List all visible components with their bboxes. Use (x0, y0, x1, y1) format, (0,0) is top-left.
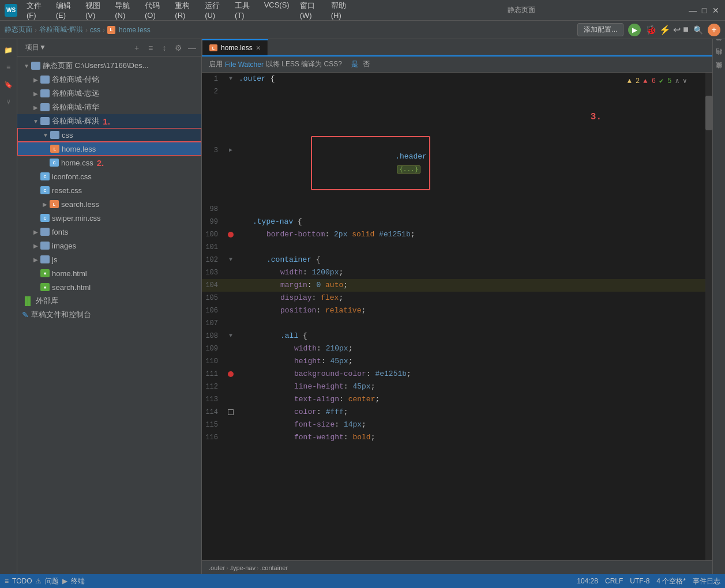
indent-info[interactable]: 4 个空格* (656, 576, 686, 586)
toolbar-actions: 添加配置... ▶ 🐞 ⚡ ↩ ■ 🔍 + (577, 23, 720, 36)
breakpoint-icon[interactable] (228, 232, 234, 238)
tree-item-label: 草稿文件和控制台 (31, 310, 91, 320)
folder-arrow-icon: ▶ (31, 229, 40, 235)
breakpoint-icon[interactable] (228, 371, 234, 377)
tree-sort-icon[interactable]: ↕ (159, 42, 170, 54)
right-side-label-structure[interactable]: 结构 (711, 53, 725, 67)
tree-item-js[interactable]: ▶ js (17, 252, 201, 266)
profile-button[interactable]: ↩ (673, 24, 681, 35)
tree-item-label: search.html (52, 283, 91, 292)
fold-icon[interactable]: ▶ (229, 144, 232, 157)
git-icon[interactable]: ⑂ (2, 96, 15, 108)
nav-up-icon[interactable]: ∧ (675, 75, 679, 88)
menu-code[interactable]: 代码(O) (140, 0, 169, 21)
line-ending[interactable]: CRLF (605, 577, 623, 585)
tree-item-reset[interactable]: C reset.css (17, 183, 201, 197)
breadcrumb-sep-3: › (103, 26, 105, 34)
tab-close-button[interactable]: × (256, 43, 261, 52)
menu-file[interactable]: 文件(F) (22, 0, 50, 21)
breadcrumb-project[interactable]: 谷粒商城-辉洪 (39, 25, 83, 35)
tree-item-iconfont[interactable]: C iconfont.css (17, 169, 201, 183)
tree-item-fonts[interactable]: ▶ fonts (17, 225, 201, 239)
project-dropdown[interactable]: 项目▼ (21, 42, 51, 54)
line-number: 109 (202, 342, 225, 355)
nav-down-icon[interactable]: ∨ (683, 75, 687, 88)
fold-icon[interactable]: ▼ (229, 330, 232, 342)
tree-item-home-less[interactable]: L home.less (17, 142, 201, 156)
stop-button[interactable]: ■ (683, 24, 689, 35)
debug-button[interactable]: 🐞 (645, 24, 657, 35)
tree-item-huihong[interactable]: ▼ 谷粒商城-辉洪 1. (17, 114, 201, 128)
tree-item-zhiyuan[interactable]: ▶ 谷粒商城-志远 (17, 86, 201, 100)
tree-add-icon[interactable]: + (131, 42, 142, 54)
tree-item-fumimg[interactable]: ▶ 谷粒商城-付铭 (17, 73, 201, 86)
problems-label[interactable]: 问题 (45, 576, 59, 586)
menu-refactor[interactable]: 重构(R) (170, 0, 199, 21)
encoding[interactable]: UTF-8 (630, 577, 649, 585)
tree-item-css[interactable]: ▼ css (17, 128, 201, 142)
right-side-label-bookmarks[interactable]: 书签 (711, 39, 725, 53)
todo-icon: ≡ (5, 577, 9, 585)
close-button[interactable]: ✕ (711, 6, 720, 15)
add-button[interactable]: + (708, 24, 720, 36)
tree-item-search-html[interactable]: H search.html (17, 280, 201, 294)
terminal-icon: ▶ (62, 577, 67, 585)
project-icon[interactable]: 📁 (2, 44, 15, 56)
file-watcher-link[interactable]: File Watcher (225, 61, 264, 69)
annotation-2: 2. (97, 158, 104, 168)
tree-item-home-html[interactable]: H home.html (17, 266, 201, 280)
breadcrumb-file[interactable]: home.less (119, 26, 151, 34)
event-log-label[interactable]: 事件日志 (693, 576, 720, 586)
folder-arrow-icon: ▶ (31, 104, 40, 111)
tree-item-scratch[interactable]: ✎ 草稿文件和控制台 (17, 308, 201, 322)
tree-settings-icon[interactable]: ⚙ (172, 42, 184, 54)
fold-icon[interactable]: ▼ (229, 73, 232, 85)
structure-icon[interactable]: ≡ (2, 61, 15, 74)
vertical-scrollbar[interactable] (705, 73, 712, 560)
menu-run[interactable]: 运行(U) (200, 0, 229, 21)
tree-item-external-libs[interactable]: ▐▌ 外部库 (17, 294, 201, 308)
bookmarks-icon[interactable]: 🔖 (2, 78, 15, 91)
search-button[interactable]: 🔍 (693, 25, 703, 35)
line-number: 100 (202, 228, 225, 241)
code-line-103: 103 width: 1200px; (202, 266, 705, 279)
tree-scroll-icon[interactable]: ≡ (145, 42, 156, 54)
menu-help[interactable]: 帮助(H) (326, 0, 355, 21)
maximize-button[interactable]: □ (700, 6, 709, 15)
tree-item-peihua[interactable]: ▶ 谷粒商城-沛华 (17, 100, 201, 114)
scrollbar-thumb[interactable] (705, 96, 712, 130)
tab-home-less[interactable]: L home.less × (202, 39, 268, 55)
line-number: 1 (202, 73, 225, 85)
tree-item-images[interactable]: ▶ images (17, 239, 201, 252)
tree-item-search-less[interactable]: ▶ L search.less (17, 197, 201, 211)
breadcrumb-folder[interactable]: css (90, 26, 100, 34)
menu-nav[interactable]: 导航(N) (110, 0, 139, 21)
tree-collapse-icon[interactable]: — (186, 42, 198, 54)
menu-window[interactable]: 窗口(W) (295, 0, 325, 21)
menu-edit[interactable]: 编辑(E) (51, 0, 80, 21)
minimize-button[interactable]: — (688, 6, 697, 15)
menu-tools[interactable]: 工具(T) (230, 0, 258, 21)
add-config-button[interactable]: 添加配置... (577, 23, 623, 36)
editor-wrapper: ▲ 2 ▲ 6 ✔ 5 ∧ ∨ 1 ▼ .outer { 2 (202, 73, 712, 560)
tree-item-swiper[interactable]: C swiper.min.css (17, 211, 201, 225)
terminal-label[interactable]: 终端 (71, 576, 85, 586)
line-number: 98 (202, 203, 225, 216)
right-side-label-favorites[interactable]: 收藏夹 (711, 67, 725, 81)
tree-item-label: css (62, 131, 73, 140)
file-tree-panel: 项目▼ + ≡ ↕ ⚙ — ▼ 静态页面 C:\Users\17166\Des.… (17, 39, 202, 574)
todo-label[interactable]: TODO (12, 577, 32, 585)
coverage-button[interactable]: ⚡ (659, 24, 671, 35)
line-number: 115 (202, 419, 225, 431)
breadcrumb-root[interactable]: 静态页面 (5, 25, 32, 35)
menu-vcs[interactable]: VCS(S) (260, 0, 294, 21)
bc-sep-2: › (257, 564, 259, 571)
fold-icon[interactable]: ▼ (229, 254, 232, 266)
fw-no-button[interactable]: 否 (363, 59, 370, 69)
code-content[interactable]: ▲ 2 ▲ 6 ✔ 5 ∧ ∨ 1 ▼ .outer { 2 (202, 73, 705, 560)
tree-root[interactable]: ▼ 静态页面 C:\Users\17166\Des... (17, 59, 201, 73)
fw-yes-button[interactable]: 是 (351, 59, 358, 69)
run-button[interactable]: ▶ (628, 24, 641, 36)
tree-item-home-css[interactable]: C home.css 2. (17, 156, 201, 169)
menu-view[interactable]: 视图(V) (81, 0, 109, 21)
